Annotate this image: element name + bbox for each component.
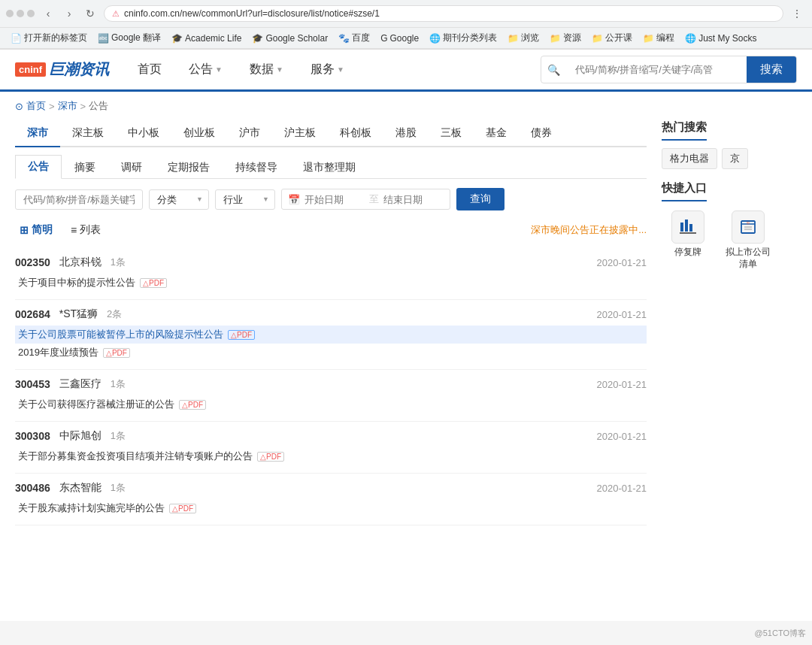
quick-item-ipo[interactable]: 拟 拟上市公司清单 xyxy=(722,210,774,270)
nav-data[interactable]: 数据 ▼ xyxy=(236,56,297,83)
tab-shanghai[interactable]: 沪市 xyxy=(227,120,272,147)
tab-shenzhen[interactable]: 深市 xyxy=(15,120,60,147)
new-tab-icon: 📄 xyxy=(11,33,22,44)
announce-code-2: 002684 xyxy=(15,308,50,320)
announce-count-1: 1条 xyxy=(111,256,126,269)
search-area: 🔍 搜索 xyxy=(541,56,797,83)
tab-shanghai-main[interactable]: 沪主板 xyxy=(272,120,328,147)
address-bar[interactable]: ⚠ cninfo.com.cn/new/commonUrl?url=disclo… xyxy=(104,5,783,22)
announce-code-5: 300486 xyxy=(15,482,50,494)
industry-select[interactable]: 行业 xyxy=(215,189,275,210)
hot-tag-1[interactable]: 京 xyxy=(722,148,748,169)
search-input[interactable] xyxy=(566,58,747,81)
evening-notice-link[interactable]: 深市晚间公告正在披露中... xyxy=(531,223,647,237)
category-select[interactable]: 分类 xyxy=(149,189,209,210)
hot-tag-0[interactable]: 格力电器 xyxy=(662,148,717,169)
bookmark-justmysocks[interactable]: 🌐 Just My Socks xyxy=(680,32,761,45)
tab-shenzhen-main[interactable]: 深主板 xyxy=(60,120,116,147)
view-list-btn[interactable]: ≡ 列表 xyxy=(66,221,105,239)
announce-link-2-0[interactable]: 关于公司股票可能被暂停上市的风险提示性公告 xyxy=(18,328,223,341)
bookmark-resources[interactable]: 📁 资源 xyxy=(545,30,586,46)
bookmark-coding[interactable]: 📁 编程 xyxy=(638,30,679,46)
bookmark-google[interactable]: G Google xyxy=(376,32,423,45)
subtab-summary[interactable]: 摘要 xyxy=(62,156,108,179)
breadcrumb-current: 公告 xyxy=(89,99,108,113)
announce-header-4: 300308 中际旭创 1条 2020-01-21 xyxy=(15,429,647,443)
back-button[interactable]: ‹ xyxy=(39,5,57,23)
main-nav: 首页 公告 ▼ 数据 ▼ 服务 ▼ xyxy=(124,56,541,83)
translate-label: Google 翻译 xyxy=(111,32,161,44)
search-button[interactable]: 搜索 xyxy=(747,56,796,83)
site-wrapper: cninf 巨潮资讯 首页 公告 ▼ 数据 ▼ 服务 xyxy=(0,50,812,621)
announce-header-3: 300453 三鑫医疗 1条 2020-01-21 xyxy=(15,377,647,391)
calendar-icon: 📅 xyxy=(288,194,300,205)
ipo-icon: 拟 xyxy=(732,210,765,244)
header-inner: cninf 巨潮资讯 首页 公告 ▼ 数据 ▼ 服务 xyxy=(0,50,812,89)
tab-sme[interactable]: 中小板 xyxy=(116,120,171,147)
hot-search-title: 热门搜索 xyxy=(662,120,707,141)
tab-chinext[interactable]: 创业板 xyxy=(171,120,227,147)
bookmark-browse[interactable]: 📁 浏览 xyxy=(503,30,544,46)
breadcrumb-home[interactable]: 首页 xyxy=(26,99,46,113)
logo-area[interactable]: cninf 巨潮资讯 xyxy=(15,59,109,80)
bookmark-google-scholar[interactable]: 🎓 Google Scholar xyxy=(247,32,332,45)
extensions-button[interactable]: ⋮ xyxy=(788,5,806,23)
maximize-dot xyxy=(27,10,35,17)
code-filter-input[interactable] xyxy=(15,189,143,210)
query-button[interactable]: 查询 xyxy=(456,188,504,210)
announce-date-3: 2020-01-21 xyxy=(597,379,647,390)
announce-item-2-1[interactable]: 2019年度业绩预告 △PDF xyxy=(15,344,647,362)
nav-services-arrow: ▼ xyxy=(337,65,344,74)
subtab-research[interactable]: 调研 xyxy=(108,156,155,179)
announce-count-4: 1条 xyxy=(111,429,126,443)
quick-item-suspend[interactable]: 停复牌 xyxy=(662,210,714,270)
announce-item-1-0[interactable]: 关于项目中标的提示性公告 △PDF xyxy=(15,274,647,292)
browse-icon: 📁 xyxy=(508,33,519,44)
announce-item-4-0[interactable]: 关于部分募集资金投资项目结项并注销专项账户的公告 △PDF xyxy=(15,447,647,465)
scholar-icon: 🎓 xyxy=(252,33,263,44)
bookmark-opencourse[interactable]: 📁 公开课 xyxy=(587,30,637,46)
resources-icon: 📁 xyxy=(550,33,561,44)
subtab-delisting[interactable]: 退市整理期 xyxy=(290,156,368,179)
announce-name-3: 三鑫医疗 xyxy=(59,377,102,391)
announce-item-2-0[interactable]: 关于公司股票可能被暂停上市的风险提示性公告 △PDF xyxy=(15,326,647,344)
subtab-announcement[interactable]: 公告 xyxy=(15,155,62,179)
announce-item-5-0[interactable]: 关于股东减持计划实施完毕的公告 △PDF xyxy=(15,499,647,517)
pdf-badge-5-0: △PDF xyxy=(169,504,196,513)
tab-star[interactable]: 科创板 xyxy=(328,120,383,147)
subtab-periodic[interactable]: 定期报告 xyxy=(155,156,223,179)
bookmark-baidu[interactable]: 🐾 百度 xyxy=(334,30,374,46)
date-range: 📅 至 xyxy=(281,189,450,210)
nav-services[interactable]: 服务 ▼ xyxy=(297,56,358,83)
breadcrumb-market[interactable]: 深市 xyxy=(58,99,77,113)
nav-home[interactable]: 首页 xyxy=(124,56,175,83)
announce-count-3: 1条 xyxy=(111,377,126,391)
view-simple-btn[interactable]: ⊞ 简明 xyxy=(15,221,57,239)
bookmark-new-tab[interactable]: 📄 打开新的标签页 xyxy=(6,30,92,46)
announce-item-3-0[interactable]: 关于公司获得医疗器械注册证的公告 △PDF xyxy=(15,395,647,413)
ipo-label: 拟上市公司清单 xyxy=(722,247,774,270)
suspend-label: 停复牌 xyxy=(674,247,701,259)
nav-announcements[interactable]: 公告 ▼ xyxy=(175,56,236,83)
content-area: 深市 深主板 中小板 创业板 沪市 沪主板 科创板 港股 三板 基金 债券 公告… xyxy=(15,120,647,525)
coding-icon: 📁 xyxy=(643,33,654,44)
start-date-input[interactable] xyxy=(304,194,365,205)
google-icon: G xyxy=(380,33,387,44)
bookmark-academic-life[interactable]: 🎓 Academic Life xyxy=(167,32,246,45)
subtab-supervision[interactable]: 持续督导 xyxy=(223,156,290,179)
tab-bond[interactable]: 债券 xyxy=(519,120,564,147)
tab-hk[interactable]: 港股 xyxy=(383,120,429,147)
quick-access-title: 快捷入口 xyxy=(662,181,707,201)
tab-neeq[interactable]: 三板 xyxy=(429,120,474,147)
announce-item-text-3-0: 关于公司获得医疗器械注册证的公告 xyxy=(18,398,174,411)
announce-header-1: 002350 北京科锐 1条 2020-01-21 xyxy=(15,256,647,269)
forward-button[interactable]: › xyxy=(60,5,78,23)
browser-chrome: ‹ › ↻ ⚠ cninfo.com.cn/new/commonUrl?url=… xyxy=(0,0,812,50)
reload-button[interactable]: ↻ xyxy=(81,5,99,23)
tab-fund[interactable]: 基金 xyxy=(474,120,519,147)
bookmark-google-translate[interactable]: 🔤 Google 翻译 xyxy=(93,30,165,46)
bookmark-journals[interactable]: 🌐 期刊分类列表 xyxy=(425,30,501,46)
industry-select-wrap: 行业 xyxy=(215,189,275,210)
end-date-input[interactable] xyxy=(383,194,444,205)
window-controls xyxy=(6,10,35,17)
